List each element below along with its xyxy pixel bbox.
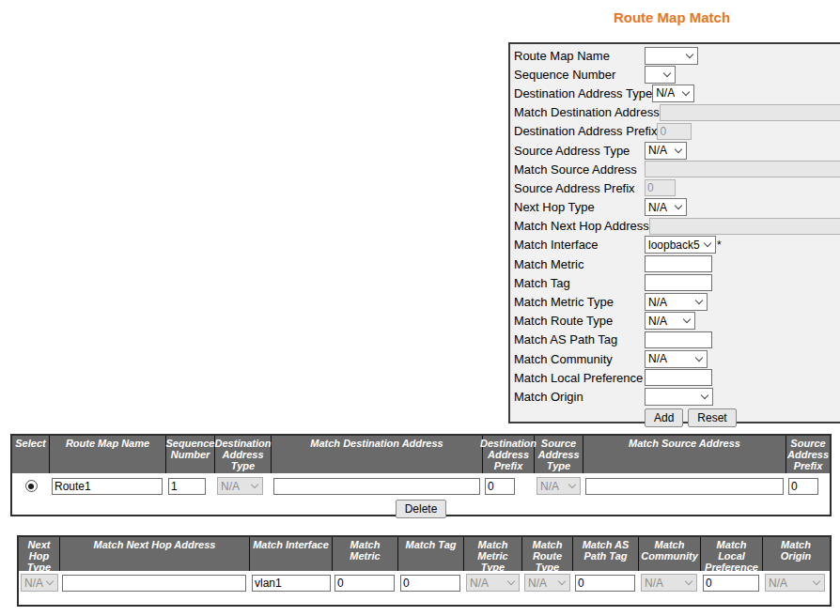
form-row-match-metric: Match Metric — [514, 254, 840, 273]
route-map-name-select[interactable] — [645, 47, 698, 65]
match-tag-input[interactable] — [645, 274, 712, 291]
form-row-match-community: Match Community N/A — [514, 349, 840, 368]
row-route-map-name-input[interactable] — [52, 478, 163, 495]
match-origin-select[interactable] — [645, 388, 713, 406]
reset-button[interactable]: Reset — [688, 408, 736, 427]
table1-header-destination-address-prefix: Destination Address Prefix — [483, 436, 535, 473]
chevron-down-icon — [695, 353, 703, 361]
row-match-source-address-input[interactable] — [585, 478, 784, 495]
match-destination-address-label: Match Destination Address — [514, 105, 660, 119]
match-source-address-label: Match Source Address — [514, 162, 645, 177]
row-select-radio[interactable] — [25, 480, 38, 492]
chevron-down-icon — [507, 578, 515, 585]
match-local-preference-label: Match Local Preference — [514, 371, 645, 385]
source-address-type-select[interactable]: N/A — [645, 142, 687, 160]
match-route-type-select[interactable]: N/A — [645, 312, 695, 330]
form-row-next-hop-type: Next Hop Type N/A — [514, 198, 840, 217]
route-map-match-table-continued: Next Hop Type Match Next Hop Address Mat… — [17, 535, 832, 607]
table1-header-source-address-prefix: Source Address Prefix — [786, 436, 830, 473]
match-route-type-label: Match Route Type — [514, 314, 645, 328]
row-match-route-type-select: N/A — [524, 574, 570, 592]
table2-header-match-origin: Match Origin — [763, 537, 829, 571]
table1-header-source-address-type: Source Address Type — [535, 436, 583, 473]
row-match-as-path-tag-input[interactable] — [575, 575, 635, 592]
row-match-metric-input[interactable] — [334, 575, 395, 592]
row-next-hop-type-select: N/A — [21, 574, 58, 592]
form-row-match-interface: Match Interface loopback5* — [514, 236, 840, 254]
form-row-match-origin: Match Origin — [514, 387, 840, 406]
sequence-number-select[interactable] — [645, 66, 676, 84]
table2-header-match-interface: Match Interface — [250, 537, 333, 571]
table-row: N/A N/A — [12, 473, 830, 499]
add-button[interactable]: Add — [645, 408, 683, 427]
row-match-community-select: N/A — [641, 574, 697, 592]
row-match-next-hop-address-input[interactable] — [62, 575, 246, 592]
row-match-metric-type-select: N/A — [466, 574, 520, 592]
match-metric-input[interactable] — [645, 255, 712, 272]
row-match-local-preference-input[interactable] — [703, 575, 759, 592]
row-match-tag-input[interactable] — [400, 575, 460, 592]
destination-address-type-label: Destination Address Type — [514, 86, 652, 100]
match-as-path-tag-input[interactable] — [645, 331, 712, 348]
source-address-prefix-input — [645, 179, 676, 196]
row-source-address-type-select: N/A — [537, 477, 581, 495]
row-match-origin-select: N/A — [765, 574, 825, 592]
match-community-select[interactable]: N/A — [645, 350, 708, 368]
row-destination-address-prefix-input[interactable] — [485, 478, 515, 495]
sequence-number-label: Sequence Number — [514, 68, 645, 82]
match-destination-address-input — [660, 104, 840, 121]
form-row-match-as-path-tag: Match AS Path Tag — [514, 331, 840, 349]
match-origin-label: Match Origin — [514, 390, 645, 404]
source-address-type-label: Source Address Type — [514, 144, 645, 158]
destination-address-prefix-label: Destination Address Prefix — [514, 124, 657, 138]
match-next-hop-address-label: Match Next Hop Address — [514, 219, 649, 233]
row-source-address-prefix-input[interactable] — [788, 478, 818, 495]
route-map-name-label: Route Map Name — [514, 49, 645, 63]
match-metric-type-select[interactable]: N/A — [645, 293, 708, 311]
table1-header-match-source-address: Match Source Address — [583, 436, 786, 473]
table1-header-row: Select Route Map Name Sequence Number De… — [12, 436, 830, 473]
table1-header-match-destination-address: Match Destination Address — [272, 436, 483, 473]
page-title: Route Map Match — [508, 9, 835, 25]
table2-header-match-metric-type: Match Metric Type — [464, 537, 522, 571]
chevron-down-icon — [682, 88, 690, 96]
form-row-match-destination-address: Match Destination Address — [514, 103, 840, 122]
next-hop-type-select[interactable]: N/A — [645, 198, 687, 216]
match-community-label: Match Community — [514, 352, 645, 366]
table1-header-sequence-number: Sequence Number — [166, 436, 215, 473]
destination-address-type-select[interactable]: N/A — [652, 85, 694, 102]
chevron-down-icon — [701, 392, 708, 399]
match-source-address-input — [645, 161, 840, 177]
source-address-prefix-label: Source Address Prefix — [514, 181, 645, 195]
next-hop-type-label: Next Hop Type — [514, 200, 645, 214]
match-interface-select[interactable]: loopback5 — [645, 236, 716, 254]
row-match-destination-address-input[interactable] — [273, 478, 480, 495]
form-row-match-next-hop-address: Match Next Hop Address — [514, 217, 840, 236]
form-row-sequence-number: Sequence Number — [514, 65, 840, 84]
chevron-down-icon — [675, 202, 682, 209]
form-buttons-row: Add Reset — [514, 407, 840, 429]
form-row-match-route-type: Match Route Type N/A — [514, 312, 840, 331]
chevron-down-icon — [813, 578, 820, 585]
destination-address-prefix-input — [657, 123, 692, 140]
table2-header-match-metric: Match Metric — [333, 537, 398, 571]
table2-header-match-route-type: Match Route Type — [522, 537, 573, 571]
form-row-destination-address-prefix: Destination Address Prefix — [514, 122, 840, 141]
chevron-down-icon — [675, 145, 682, 152]
chevron-down-icon — [685, 578, 692, 585]
route-map-match-table: Select Route Map Name Sequence Number De… — [10, 434, 832, 516]
form-row-match-source-address: Match Source Address — [514, 160, 840, 178]
route-map-match-page: Route Map Match Route Map Name Sequence … — [0, 0, 840, 616]
table2-header-match-community: Match Community — [639, 537, 701, 571]
table1-header-route-map-name: Route Map Name — [50, 436, 166, 473]
match-local-preference-input[interactable] — [645, 369, 712, 386]
table-row: N/A N/A N/A N/A N/A — [19, 571, 830, 594]
delete-button[interactable]: Delete — [396, 500, 447, 518]
form-row-source-address-type: Source Address Type N/A — [514, 141, 840, 160]
row-sequence-number-input[interactable] — [168, 478, 206, 495]
form-row-match-tag: Match Tag — [514, 273, 840, 292]
table2-header-match-next-hop-address: Match Next Hop Address — [60, 537, 250, 571]
row-match-interface-input[interactable] — [252, 575, 331, 592]
match-as-path-tag-label: Match AS Path Tag — [514, 332, 645, 346]
table2-header-match-as-path-tag: Match AS Path Tag — [573, 537, 639, 571]
